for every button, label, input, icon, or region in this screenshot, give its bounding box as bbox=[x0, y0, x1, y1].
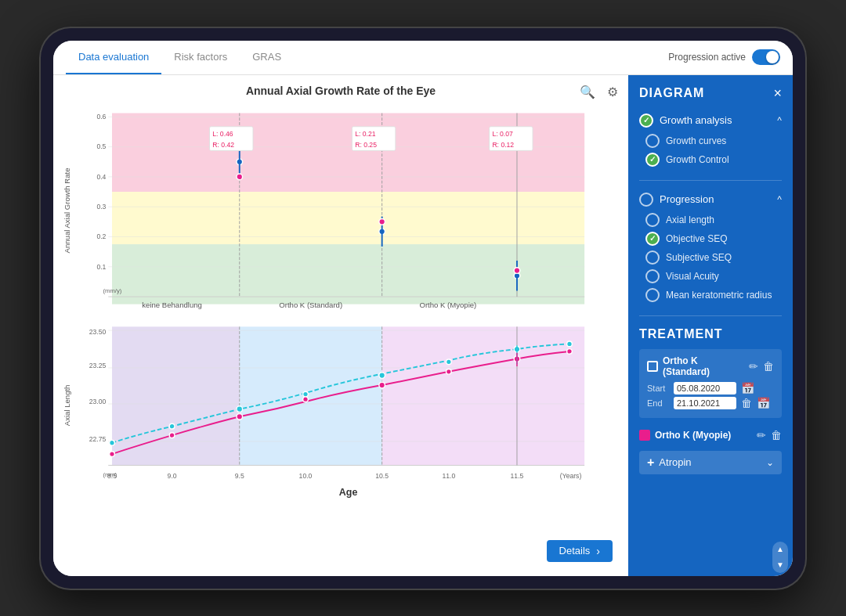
chart-bottom-bar: Details › bbox=[60, 531, 622, 570]
growth-analysis-label: Growth analysis bbox=[660, 114, 732, 126]
main-content: Annual Axial Growth Rate of the Eye 🔍 ⚙ bbox=[53, 75, 793, 576]
treatment-name-myopie: Ortho K (Myopie) bbox=[655, 430, 752, 441]
chart-title: Annual Axial Growth Rate of the Eye bbox=[246, 85, 436, 97]
svg-text:11.0: 11.0 bbox=[442, 471, 455, 479]
search-icon[interactable]: 🔍 bbox=[578, 83, 597, 102]
svg-point-84 bbox=[567, 348, 573, 354]
objective-seq-item[interactable]: Objective SEQ bbox=[645, 229, 782, 248]
svg-text:10.5: 10.5 bbox=[375, 471, 389, 479]
treatment-actions: ✏ 🗑 bbox=[749, 360, 774, 373]
subjective-seq-item[interactable]: Subjective SEQ bbox=[645, 248, 782, 267]
svg-text:0.2: 0.2 bbox=[96, 232, 106, 240]
section-divider-2 bbox=[639, 315, 782, 316]
svg-point-31 bbox=[379, 218, 385, 225]
svg-text:9.0: 9.0 bbox=[168, 471, 177, 479]
start-calendar-icon[interactable]: 📅 bbox=[741, 382, 754, 394]
growth-analysis-caret[interactable]: ^ bbox=[777, 115, 782, 126]
svg-text:L: 0.07: L: 0.07 bbox=[492, 130, 513, 138]
add-atropin-button[interactable]: + Atropin ⌄ bbox=[639, 451, 782, 474]
chart-area: Annual Axial Growth Rate of the Eye 🔍 ⚙ bbox=[53, 75, 628, 576]
growth-curves-label: Growth curves bbox=[666, 135, 726, 146]
mean-keratometric-radio[interactable] bbox=[645, 288, 660, 302]
growth-control-label: Growth Control bbox=[666, 154, 729, 165]
svg-text:23.00: 23.00 bbox=[89, 397, 107, 405]
end-trash-icon[interactable]: 🗑 bbox=[741, 397, 752, 409]
details-button[interactable]: Details › bbox=[547, 540, 613, 562]
trash-icon[interactable]: 🗑 bbox=[763, 360, 774, 373]
edit-icon[interactable]: ✏ bbox=[749, 360, 758, 373]
panel-header: DIAGRAM × bbox=[628, 75, 793, 106]
treatment-name-standard: Ortho K(Standard) bbox=[663, 355, 744, 377]
progression-radio[interactable] bbox=[639, 193, 653, 207]
treatment-ortho-k-standard: Ortho K(Standard) ✏ 🗑 Start 📅 bbox=[639, 349, 782, 418]
svg-text:0.3: 0.3 bbox=[96, 203, 106, 211]
mean-keratometric-label: Mean keratometric radius bbox=[666, 290, 772, 301]
add-caret-icon: ⌄ bbox=[766, 457, 774, 468]
svg-rect-0 bbox=[112, 113, 584, 192]
svg-point-71 bbox=[237, 405, 243, 412]
growth-control-checkbox[interactable] bbox=[645, 153, 660, 167]
svg-rect-43 bbox=[240, 326, 382, 465]
growth-curves-item[interactable]: Growth curves bbox=[645, 131, 782, 150]
svg-text:10.0: 10.0 bbox=[299, 471, 313, 479]
growth-analysis-section: Growth analysis ^ Growth curves Growth C… bbox=[628, 106, 793, 175]
treatment-color-box-myopie bbox=[639, 430, 650, 441]
details-arrow-icon: › bbox=[596, 545, 600, 557]
treatment-ortho-k-myopie: Ortho K (Myopie) ✏ 🗑 bbox=[639, 424, 782, 446]
svg-point-73 bbox=[379, 372, 385, 378]
svg-point-78 bbox=[169, 432, 175, 438]
treatment-dates: Start 📅 End 🗑 📅 bbox=[647, 382, 774, 409]
svg-text:23.25: 23.25 bbox=[89, 362, 107, 369]
svg-text:0.6: 0.6 bbox=[96, 113, 106, 121]
subjective-seq-label: Subjective SEQ bbox=[666, 252, 732, 263]
progression-sub-items: Axial length Objective SEQ Subjective SE… bbox=[639, 211, 782, 304]
close-button[interactable]: × bbox=[773, 86, 782, 100]
tab-risk-factors[interactable]: Risk factors bbox=[161, 41, 240, 75]
svg-point-80 bbox=[303, 396, 309, 402]
scroll-handle[interactable]: ▲ ▼ bbox=[772, 542, 788, 573]
svg-rect-42 bbox=[112, 326, 240, 465]
section-divider-1 bbox=[639, 180, 782, 181]
svg-point-79 bbox=[237, 413, 243, 420]
svg-text:(mm/y): (mm/y) bbox=[103, 287, 122, 294]
growth-analysis-checkbox[interactable] bbox=[639, 113, 653, 128]
svg-rect-2 bbox=[112, 244, 584, 304]
svg-point-81 bbox=[379, 382, 385, 388]
growth-analysis-item[interactable]: Growth analysis ^ bbox=[639, 110, 782, 131]
svg-point-69 bbox=[110, 440, 115, 445]
visual-acuity-label: Visual Acuity bbox=[666, 271, 719, 282]
objective-seq-checkbox[interactable] bbox=[645, 232, 660, 246]
start-date-input[interactable] bbox=[674, 382, 736, 394]
end-date-row: End 🗑 📅 bbox=[647, 397, 774, 409]
right-panel: DIAGRAM × Growth analysis ^ Growth curve… bbox=[628, 75, 793, 576]
progression-toggle-switch[interactable] bbox=[752, 49, 780, 65]
svg-point-82 bbox=[446, 369, 452, 374]
tab-gras[interactable]: GRAS bbox=[240, 41, 294, 75]
progression-caret[interactable]: ^ bbox=[777, 194, 782, 205]
end-label: End bbox=[647, 398, 669, 408]
visual-acuity-item[interactable]: Visual Acuity bbox=[645, 267, 782, 286]
svg-text:0.4: 0.4 bbox=[96, 172, 106, 180]
svg-point-76 bbox=[567, 341, 573, 347]
progression-item[interactable]: Progression ^ bbox=[639, 189, 782, 211]
mean-keratometric-item[interactable]: Mean keratometric radius bbox=[645, 286, 782, 304]
growth-control-item[interactable]: Growth Control bbox=[645, 150, 782, 169]
subjective-seq-radio[interactable] bbox=[645, 250, 660, 265]
end-date-input[interactable] bbox=[674, 397, 736, 409]
tab-data-evaluation[interactable]: Data evaluation bbox=[66, 41, 161, 75]
settings-icon[interactable]: ⚙ bbox=[603, 83, 622, 102]
svg-point-32 bbox=[514, 267, 520, 273]
svg-text:22.75: 22.75 bbox=[89, 434, 107, 442]
edit-myopie-icon[interactable]: ✏ bbox=[757, 429, 766, 441]
trash-myopie-icon[interactable]: 🗑 bbox=[771, 429, 782, 441]
progression-section: Progression ^ Axial length Objective SEQ bbox=[628, 186, 793, 311]
axial-length-item[interactable]: Axial length bbox=[645, 211, 782, 229]
panel-title: DIAGRAM bbox=[639, 86, 704, 100]
add-label: Atropin bbox=[659, 456, 761, 468]
end-calendar-icon[interactable]: 📅 bbox=[757, 397, 770, 409]
svg-text:23.50: 23.50 bbox=[89, 327, 107, 335]
svg-text:(Years): (Years) bbox=[560, 471, 582, 479]
visual-acuity-radio[interactable] bbox=[645, 269, 660, 283]
growth-curves-radio[interactable] bbox=[645, 134, 660, 148]
axial-length-radio[interactable] bbox=[645, 213, 660, 227]
